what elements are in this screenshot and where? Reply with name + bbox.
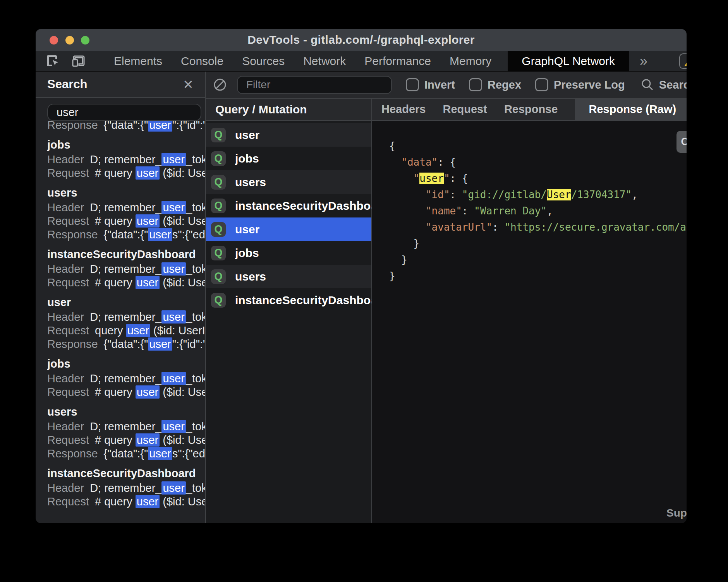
traffic-light-zoom-icon[interactable]	[81, 36, 89, 45]
query-type-icon: Q	[211, 246, 226, 260]
search-close-icon[interactable]: ✕	[183, 78, 194, 91]
search-panel: Search ✕ Response{"data":{"user":{"id":"…	[36, 72, 206, 523]
query-list-header: Query / Mutation	[206, 99, 371, 121]
search-result-row[interactable]: HeaderD; remember_user_token=e	[47, 310, 205, 324]
search-match-highlight: user	[148, 337, 172, 351]
tab-response-raw[interactable]: Response (Raw)	[575, 99, 687, 120]
tab-network[interactable]: Network	[303, 55, 346, 68]
invert-checkbox[interactable]	[406, 78, 419, 91]
result-row-text: # query user ($id: UserI	[95, 385, 205, 399]
search-result-row[interactable]: HeaderD; remember_user_token=e	[47, 201, 205, 214]
result-row-text: {"data":{"users":{"edges	[104, 447, 205, 460]
query-item-label: jobs	[235, 152, 259, 165]
result-row-text: query user ($id: UserI	[95, 324, 205, 337]
network-area: Invert Regex Preserve Log Search	[206, 72, 687, 523]
search-result-row[interactable]: Request# query user ($id: UserI	[47, 276, 205, 289]
search-result-row[interactable]: HeaderD; remember_user_token=e	[47, 262, 205, 276]
regex-checkbox[interactable]	[469, 78, 482, 91]
result-row-label: Header	[47, 311, 84, 323]
json-line: "name": "Warren Day",	[389, 203, 687, 219]
search-toggle-label[interactable]: Search	[659, 79, 687, 91]
search-result-row[interactable]: HeaderD; remember_user_token=e	[47, 420, 205, 433]
query-list-item[interactable]: Quser	[206, 123, 371, 147]
copy-button[interactable]: Copy	[676, 131, 687, 153]
query-item-label: instanceSecurityDashboard	[235, 199, 371, 212]
tab-graphql-network[interactable]: GraphQL Network	[508, 51, 629, 72]
query-type-icon: Q	[211, 199, 226, 213]
search-result-group: instanceSecurityDashboardHeaderD; rememb…	[47, 246, 205, 289]
search-result-group: usersHeaderD; remember_user_token=eReque…	[47, 185, 205, 241]
search-input[interactable]	[47, 104, 201, 121]
search-match-highlight: user	[161, 481, 185, 495]
search-match-highlight: user	[136, 214, 160, 228]
query-list-item[interactable]: Qusers	[206, 170, 371, 194]
search-icon[interactable]	[640, 78, 654, 92]
window-title: DevTools - gitlab.com/-/graphql-explorer	[247, 33, 475, 46]
tab-sources[interactable]: Sources	[242, 55, 285, 68]
query-list-item[interactable]: QinstanceSecurityDashboard	[206, 194, 371, 217]
support-link[interactable]: Support	[666, 507, 687, 519]
search-result-row[interactable]: Request# query user ($id: UserI	[47, 385, 205, 399]
tab-console[interactable]: Console	[181, 55, 223, 68]
tab-response[interactable]: Response	[504, 99, 558, 120]
window-titlebar: DevTools - gitlab.com/-/graphql-explorer	[36, 29, 687, 51]
search-result-row[interactable]: Request# query user ($id: UserI	[47, 166, 205, 180]
json-line: "data": {	[389, 154, 687, 170]
tab-elements[interactable]: Elements	[114, 55, 162, 68]
result-row-text: D; remember_user_token=e	[90, 372, 205, 385]
result-group-name: users	[47, 404, 205, 420]
search-result-row[interactable]: Response{"data":{"user":{"id":"gid	[47, 337, 205, 351]
search-result-row[interactable]: HeaderD; remember_user_token=e	[47, 153, 205, 166]
search-result-row[interactable]: Response{"data":{"users":{"edges	[47, 228, 205, 241]
search-result-row[interactable]: HeaderD; remember_user_token=e	[47, 372, 205, 385]
tab-performance[interactable]: Performance	[364, 55, 431, 68]
search-panel-body: Response{"data":{"user":{"id":"gijobsHea…	[36, 98, 205, 523]
result-row-label: Header	[47, 482, 84, 494]
result-row-text: # query user ($id: UserI	[95, 166, 205, 180]
result-row-text: {"data":{"user":{"id":"gi	[104, 121, 205, 132]
search-result-row[interactable]: Requestquery user ($id: UserI	[47, 324, 205, 337]
result-row-label: Request	[47, 386, 89, 398]
query-list-item[interactable]: Qjobs	[206, 241, 371, 265]
query-list-item-selected[interactable]: Quser	[206, 217, 371, 241]
traffic-light-close-icon[interactable]	[50, 36, 58, 45]
query-list-item[interactable]: QinstanceSecurityDashboard	[206, 288, 371, 312]
query-list-item[interactable]: Qusers	[206, 265, 371, 288]
search-match-highlight: user	[148, 447, 172, 460]
tab-memory[interactable]: Memory	[450, 55, 491, 68]
warning-icon	[684, 56, 687, 67]
clear-icon[interactable]	[213, 78, 227, 92]
search-match-highlight: user	[161, 262, 185, 276]
result-row-text: {"data":{"user":{"id":"gid	[104, 337, 205, 351]
filter-input[interactable]	[237, 76, 392, 94]
query-item-label: users	[235, 270, 266, 283]
search-result-row[interactable]: Request# query user ($id: UserI	[47, 495, 205, 508]
tab-request[interactable]: Request	[443, 99, 487, 120]
preserve-log-checkbox[interactable]	[535, 78, 548, 91]
traffic-light-minimize-icon[interactable]	[65, 36, 74, 45]
search-result-row[interactable]: Request# query user ($id: UserI	[47, 433, 205, 447]
tab-headers[interactable]: Headers	[381, 99, 426, 120]
result-row-text: D; remember_user_token=e	[90, 310, 205, 324]
warnings-badge[interactable]: 9	[679, 53, 687, 69]
query-list-item[interactable]: Qjobs	[206, 147, 371, 170]
search-result-row[interactable]: HeaderD; remember_user_token=e	[47, 481, 205, 495]
inspect-element-icon[interactable]	[46, 54, 60, 68]
search-result-row[interactable]: Request# query user ($id: UserI	[47, 214, 205, 228]
query-item-label: user	[235, 223, 259, 236]
json-line: "user": {	[389, 170, 687, 187]
json-line: {	[389, 138, 687, 154]
device-toolbar-icon[interactable]	[70, 54, 86, 68]
search-match-highlight: user	[148, 228, 172, 241]
search-result-row[interactable]: Response{"data":{"users":{"edges	[47, 447, 205, 460]
panels: Query / Mutation QuserQjobsQusersQinstan…	[206, 99, 687, 523]
more-tabs-icon[interactable]: »	[640, 53, 647, 69]
result-row-text: # query user ($id: UserI	[95, 276, 205, 289]
query-type-icon: Q	[211, 128, 226, 142]
query-type-icon: Q	[211, 175, 226, 190]
search-results: Response{"data":{"user":{"id":"gijobsHea…	[36, 121, 205, 523]
search-match-highlight: user	[161, 201, 185, 214]
search-result-row[interactable]: Response{"data":{"user":{"id":"gi	[47, 121, 205, 132]
query-item-label: user	[235, 128, 259, 142]
query-list: QuserQjobsQusersQinstanceSecurityDashboa…	[206, 121, 371, 523]
